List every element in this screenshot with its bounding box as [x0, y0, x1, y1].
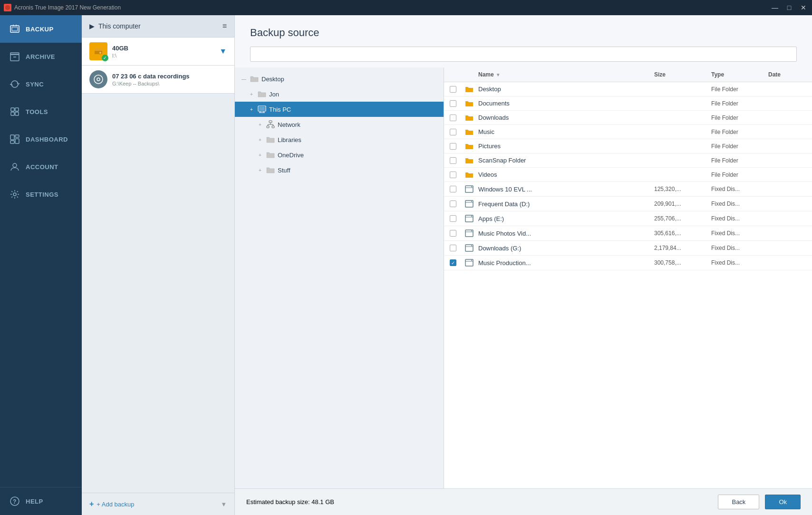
close-button[interactable]: ✕ — [799, 3, 808, 12]
left-panel-header: ▶ This computer ≡ — [82, 15, 234, 38]
file-checkbox-0[interactable] — [450, 86, 465, 93]
tree-item-network[interactable]: + Network — [235, 117, 444, 132]
tree-expand-jon[interactable]: + — [248, 91, 255, 97]
checkbox-12[interactable]: ✓ — [450, 259, 456, 266]
checkbox-0[interactable] — [450, 86, 456, 93]
file-row[interactable]: ScanSnap Folder File Folder — [444, 153, 812, 168]
checkbox-1[interactable] — [450, 100, 456, 107]
file-row[interactable]: ✓ Music Production... 300,758,... Fixed … — [444, 256, 812, 270]
sidebar-item-tools[interactable]: TOOLS — [0, 98, 82, 125]
file-checkbox-12[interactable]: ✓ — [450, 259, 465, 266]
sidebar-item-settings[interactable]: SETTINGS — [0, 181, 82, 208]
ok-button[interactable]: Ok — [765, 495, 801, 509]
checkbox-9[interactable] — [450, 215, 456, 222]
tree-expand-stuff[interactable]: + — [257, 167, 263, 173]
file-type-2: File Folder — [711, 114, 768, 121]
file-row[interactable]: Videos File Folder — [444, 168, 812, 182]
file-icon-10 — [465, 229, 478, 237]
titlebar-controls[interactable]: — □ ✕ — [770, 3, 808, 12]
tree-expand-libraries[interactable]: + — [257, 136, 263, 143]
tree-item-stuff[interactable]: + Stuff — [235, 162, 444, 178]
dashboard-icon — [10, 134, 20, 144]
col-name-header[interactable]: Name ▼ — [478, 71, 654, 78]
tree-expand-network[interactable]: + — [257, 121, 263, 128]
tree-expand-thispc[interactable]: + — [248, 106, 255, 113]
checkbox-4[interactable] — [450, 143, 456, 150]
sort-icon[interactable]: ▼ — [496, 72, 501, 77]
file-row[interactable]: Frequent Data (D:) 209,901,... Fixed Dis… — [444, 197, 812, 211]
sidebar-item-tools-label: TOOLS — [26, 108, 48, 115]
tree-expand-onedrive[interactable]: + — [257, 152, 263, 158]
checkbox-2[interactable] — [450, 114, 456, 121]
svg-rect-8 — [11, 108, 14, 111]
file-checkbox-4[interactable] — [450, 143, 465, 150]
tree-item-libraries[interactable]: + Libraries — [235, 132, 444, 147]
backup-item-40gb[interactable]: ✓ 40GB I:\ ▼ — [82, 38, 234, 66]
backup-item-recordings[interactable]: 07 23 06 c data recordings G:\Keep -- Ba… — [82, 66, 234, 94]
folder-icon-stuff — [266, 166, 275, 174]
minimize-button[interactable]: — — [770, 3, 780, 12]
file-checkbox-8[interactable] — [450, 200, 465, 207]
bottom-bar: Estimated backup size: 48.1 GB Back Ok — [235, 488, 812, 515]
sidebar-item-dashboard[interactable]: DASHBOARD — [0, 125, 82, 153]
sidebar-item-help[interactable]: ? HELP — [0, 487, 82, 515]
file-icon-3 — [465, 129, 478, 135]
svg-rect-6 — [10, 53, 19, 55]
checkbox-10[interactable] — [450, 230, 456, 237]
checkbox-7[interactable] — [450, 186, 456, 192]
file-row[interactable]: Windows 10 EVL ... 125,320,... Fixed Dis… — [444, 182, 812, 197]
tree-item-jon[interactable]: + Jon — [235, 86, 444, 102]
bottom-actions: Back Ok — [718, 495, 801, 509]
left-panel-menu-icon[interactable]: ≡ — [222, 22, 227, 30]
checkbox-11[interactable] — [450, 245, 456, 251]
account-icon — [10, 162, 20, 172]
file-name-2: Downloads — [478, 114, 654, 121]
dropdown-chevron[interactable]: ▼ — [221, 501, 227, 508]
file-checkbox-3[interactable] — [450, 129, 465, 135]
titlebar: Acronis True Image 2017 New Generation —… — [0, 0, 812, 15]
checkbox-6[interactable] — [450, 172, 456, 178]
file-row[interactable]: Music File Folder — [444, 125, 812, 139]
file-checkbox-10[interactable] — [450, 230, 465, 237]
file-icon-1 — [465, 100, 478, 107]
file-checkbox-2[interactable] — [450, 114, 465, 121]
file-name-8: Frequent Data (D:) — [478, 200, 654, 208]
file-icon-9 — [465, 215, 478, 222]
tree-item-thispc[interactable]: + This PC — [235, 102, 444, 117]
file-row[interactable]: Downloads File Folder — [444, 111, 812, 125]
checkbox-8[interactable] — [450, 200, 456, 207]
tree-expand-desktop[interactable]: — — [241, 76, 247, 82]
file-checkbox-9[interactable] — [450, 215, 465, 222]
backup-info-40gb: 40GB I:\ — [112, 45, 214, 58]
file-row[interactable]: Desktop File Folder — [444, 82, 812, 96]
sidebar-item-sync-label: SYNC — [26, 81, 44, 88]
checkbox-3[interactable] — [450, 129, 456, 135]
file-row[interactable]: Apps (E:) 255,706,... Fixed Dis... — [444, 211, 812, 226]
file-checkbox-11[interactable] — [450, 245, 465, 251]
tree-item-desktop[interactable]: — Desktop — [235, 71, 444, 86]
file-checkbox-6[interactable] — [450, 172, 465, 178]
add-backup-button[interactable]: + + Add backup — [89, 500, 135, 508]
search-input[interactable] — [254, 51, 793, 58]
file-type-4: File Folder — [711, 143, 768, 150]
file-row[interactable]: Pictures File Folder — [444, 139, 812, 153]
back-button[interactable]: Back — [718, 495, 759, 509]
backup-chevron-40gb[interactable]: ▼ — [219, 47, 227, 56]
file-checkbox-5[interactable] — [450, 157, 465, 164]
file-row[interactable]: Music Photos Vid... 305,616,... Fixed Di… — [444, 226, 812, 241]
svg-point-39 — [471, 186, 472, 187]
add-backup-label: + Add backup — [97, 501, 134, 508]
file-checkbox-1[interactable] — [450, 100, 465, 107]
checkbox-5[interactable] — [450, 157, 456, 164]
sidebar-item-archive[interactable]: ARCHIVE — [0, 43, 82, 70]
sidebar-item-account[interactable]: ACCOUNT — [0, 153, 82, 181]
file-row[interactable]: Documents File Folder — [444, 96, 812, 111]
sidebar-item-sync[interactable]: SYNC — [0, 70, 82, 98]
sidebar-item-backup[interactable]: BACKUP — [0, 15, 82, 43]
tree-item-onedrive[interactable]: + OneDrive — [235, 147, 444, 162]
file-row[interactable]: Downloads (G:) 2,179,84... Fixed Dis... — [444, 241, 812, 256]
maximize-button[interactable]: □ — [784, 3, 794, 12]
svg-point-48 — [471, 230, 472, 231]
file-icon-0 — [465, 86, 478, 93]
file-checkbox-7[interactable] — [450, 186, 465, 192]
